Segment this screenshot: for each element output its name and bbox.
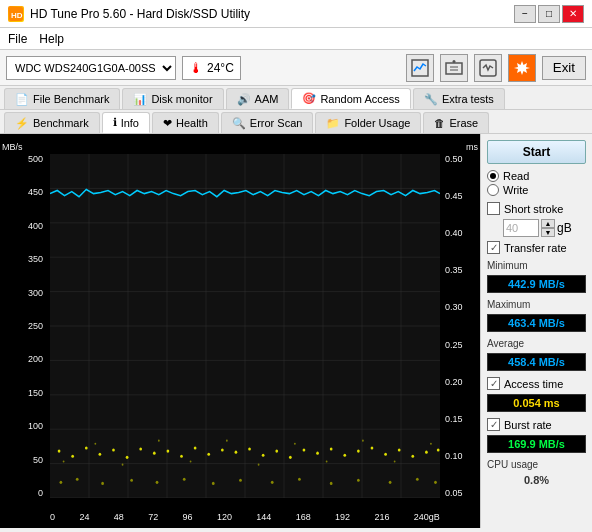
maximize-button[interactable]: □ bbox=[538, 5, 560, 23]
window-title: HD Tune Pro 5.60 - Hard Disk/SSD Utility bbox=[30, 7, 250, 21]
folder-usage-tab-icon: 📁 bbox=[326, 117, 340, 130]
tab-error-scan[interactable]: 🔍 Error Scan bbox=[221, 112, 314, 133]
access-time-item[interactable]: ✓ Access time bbox=[487, 377, 586, 390]
svg-point-54 bbox=[411, 455, 414, 458]
tabs-row2: ⚡ Benchmark ℹ Info ❤ Health 🔍 Error Scan… bbox=[0, 110, 592, 134]
tab-file-benchmark[interactable]: 📄 File Benchmark bbox=[4, 88, 120, 109]
svg-point-39 bbox=[207, 453, 210, 456]
menu-help[interactable]: Help bbox=[39, 32, 64, 46]
write-label: Write bbox=[503, 184, 528, 196]
svg-point-78 bbox=[298, 478, 301, 481]
drive-select[interactable]: WDC WDS240G1G0A-00SS50 (240 gB) bbox=[6, 56, 176, 80]
svg-point-75 bbox=[212, 482, 215, 485]
disk-monitor-icon: 📊 bbox=[133, 93, 147, 106]
gb-unit: gB bbox=[557, 221, 572, 235]
read-radio-item[interactable]: Read bbox=[487, 170, 586, 182]
svg-point-52 bbox=[384, 453, 387, 456]
svg-point-83 bbox=[434, 481, 437, 484]
svg-point-29 bbox=[71, 455, 74, 458]
menu-bar: File Help bbox=[0, 28, 592, 50]
tab-random-access[interactable]: 🎯 Random Access bbox=[291, 88, 410, 109]
read-write-group: Read Write bbox=[487, 170, 586, 196]
svg-point-56 bbox=[437, 448, 440, 451]
svg-point-67 bbox=[394, 460, 396, 462]
svg-point-28 bbox=[58, 450, 61, 453]
svg-point-64 bbox=[294, 443, 296, 445]
tab-erase[interactable]: 🗑 Erase bbox=[423, 112, 489, 133]
svg-point-45 bbox=[289, 456, 292, 459]
read-radio[interactable] bbox=[487, 170, 499, 182]
gb-field[interactable] bbox=[503, 219, 539, 237]
tabs-row1: 📄 File Benchmark 📊 Disk monitor 🔊 AAM 🎯 … bbox=[0, 86, 592, 110]
settings-icon-btn[interactable] bbox=[508, 54, 536, 82]
y2-axis-unit: ms bbox=[466, 142, 478, 152]
menu-file[interactable]: File bbox=[8, 32, 27, 46]
random-access-icon: 🎯 bbox=[302, 92, 316, 105]
tab-extra-tests[interactable]: 🔧 Extra tests bbox=[413, 88, 505, 109]
svg-point-50 bbox=[357, 450, 360, 453]
cpu-value: 0.8% bbox=[487, 474, 586, 486]
access-time-value: 0.054 ms bbox=[487, 394, 586, 412]
burst-rate-checkbox[interactable]: ✓ bbox=[487, 418, 500, 431]
svg-point-71 bbox=[101, 482, 104, 485]
tab-health[interactable]: ❤ Health bbox=[152, 112, 219, 133]
temperature-display: 🌡 24°C bbox=[182, 56, 241, 80]
app-icon: HD bbox=[8, 6, 24, 22]
svg-point-35 bbox=[153, 452, 156, 455]
minimize-button[interactable]: − bbox=[514, 5, 536, 23]
svg-point-33 bbox=[126, 456, 129, 459]
svg-point-48 bbox=[330, 447, 333, 450]
svg-point-41 bbox=[235, 451, 238, 454]
health-icon-btn[interactable] bbox=[474, 54, 502, 82]
chart-svg bbox=[50, 154, 440, 498]
exit-button[interactable]: Exit bbox=[542, 56, 586, 80]
health-tab-icon: ❤ bbox=[163, 117, 172, 130]
svg-point-34 bbox=[139, 447, 142, 450]
svg-point-73 bbox=[156, 481, 159, 484]
short-stroke-checkbox[interactable] bbox=[487, 202, 500, 215]
title-bar: HD HD Tune Pro 5.60 - Hard Disk/SSD Util… bbox=[0, 0, 592, 28]
transfer-rate-item[interactable]: ✓ Transfer rate bbox=[487, 241, 586, 254]
svg-point-76 bbox=[239, 479, 242, 482]
svg-point-44 bbox=[275, 450, 278, 453]
tab-aam[interactable]: 🔊 AAM bbox=[226, 88, 290, 109]
tab-info[interactable]: ℹ Info bbox=[102, 112, 150, 133]
gb-spin-down[interactable]: ▼ bbox=[541, 228, 555, 237]
svg-point-58 bbox=[94, 443, 96, 445]
svg-point-68 bbox=[430, 443, 432, 445]
max-label: Maximum bbox=[487, 299, 586, 310]
svg-point-47 bbox=[316, 452, 319, 455]
burst-rate-value: 169.9 MB/s bbox=[487, 435, 586, 453]
transfer-rate-checkbox[interactable]: ✓ bbox=[487, 241, 500, 254]
transfer-rate-label: Transfer rate bbox=[504, 242, 567, 254]
svg-point-57 bbox=[63, 460, 65, 462]
svg-point-70 bbox=[76, 478, 79, 481]
svg-point-65 bbox=[326, 460, 328, 462]
tab-disk-monitor[interactable]: 📊 Disk monitor bbox=[122, 88, 223, 109]
file-benchmark-icon: 📄 bbox=[15, 93, 29, 106]
gb-spin-up[interactable]: ▲ bbox=[541, 219, 555, 228]
close-button[interactable]: ✕ bbox=[562, 5, 584, 23]
svg-point-49 bbox=[343, 454, 346, 457]
burst-rate-item[interactable]: ✓ Burst rate bbox=[487, 418, 586, 431]
svg-point-55 bbox=[425, 451, 428, 454]
svg-point-60 bbox=[158, 440, 160, 442]
info-icon-btn[interactable] bbox=[440, 54, 468, 82]
y-axis-unit: MB/s bbox=[2, 142, 23, 152]
svg-point-79 bbox=[330, 482, 333, 485]
aam-icon: 🔊 bbox=[237, 93, 251, 106]
short-stroke-label: Short stroke bbox=[504, 203, 563, 215]
benchmark-icon-btn[interactable] bbox=[406, 54, 434, 82]
short-stroke-item[interactable]: Short stroke bbox=[487, 202, 586, 215]
write-radio-item[interactable]: Write bbox=[487, 184, 586, 196]
svg-point-36 bbox=[167, 450, 170, 453]
svg-point-51 bbox=[371, 446, 374, 449]
main-content: 500 450 400 350 300 250 200 150 100 50 0… bbox=[0, 134, 592, 528]
tab-benchmark[interactable]: ⚡ Benchmark bbox=[4, 112, 100, 133]
write-radio[interactable] bbox=[487, 184, 499, 196]
info-tab-icon: ℹ bbox=[113, 116, 117, 129]
svg-point-4 bbox=[452, 60, 455, 63]
access-time-checkbox[interactable]: ✓ bbox=[487, 377, 500, 390]
tab-folder-usage[interactable]: 📁 Folder Usage bbox=[315, 112, 421, 133]
start-button[interactable]: Start bbox=[487, 140, 586, 164]
